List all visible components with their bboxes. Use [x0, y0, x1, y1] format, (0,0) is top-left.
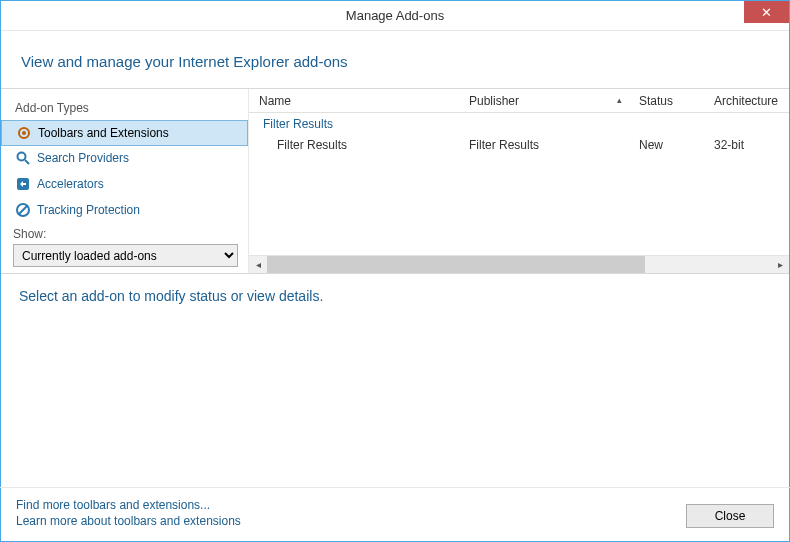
svg-line-3	[25, 160, 29, 164]
column-header-architecture[interactable]: Architecture	[704, 90, 779, 112]
footer: Find more toolbars and extensions... Lea…	[0, 487, 790, 542]
cell-publisher: Filter Results	[459, 136, 629, 154]
details-panel: Select an add-on to modify status or vie…	[1, 274, 789, 318]
cell-name: Filter Results	[249, 136, 459, 154]
sidebar-item-accelerators[interactable]: Accelerators	[1, 171, 248, 197]
sidebar-item-toolbars-extensions[interactable]: Toolbars and Extensions	[1, 120, 248, 146]
cell-status: New	[629, 136, 704, 154]
window-close-button[interactable]: ✕	[744, 1, 789, 23]
header-text: View and manage your Internet Explorer a…	[21, 53, 348, 70]
sidebar-items: Toolbars and Extensions Search Providers…	[1, 121, 248, 223]
learn-more-link[interactable]: Learn more about toolbars and extensions	[16, 514, 241, 528]
sidebar-item-tracking-protection[interactable]: Tracking Protection	[1, 197, 248, 223]
cell-architecture: 32-bit	[704, 136, 779, 154]
sidebar-item-label: Accelerators	[37, 177, 104, 191]
show-label: Show:	[13, 227, 236, 241]
chevron-right-icon: ▸	[778, 259, 783, 270]
table-header: Name Publisher Status Architecture	[249, 89, 789, 113]
find-more-link[interactable]: Find more toolbars and extensions...	[16, 498, 241, 512]
scroll-thumb[interactable]	[267, 256, 645, 273]
gear-icon	[16, 125, 32, 141]
scroll-left-button[interactable]: ◂	[249, 256, 267, 273]
main-panel: Name Publisher Status Architecture Filte…	[249, 89, 789, 273]
scroll-right-button[interactable]: ▸	[771, 256, 789, 273]
accelerator-icon	[15, 176, 31, 192]
group-header: Filter Results	[249, 113, 789, 133]
page-header: View and manage your Internet Explorer a…	[1, 31, 789, 88]
column-header-publisher[interactable]: Publisher	[459, 90, 629, 112]
chevron-left-icon: ◂	[256, 259, 261, 270]
sidebar-item-label: Toolbars and Extensions	[38, 126, 169, 140]
block-icon	[15, 202, 31, 218]
footer-links: Find more toolbars and extensions... Lea…	[16, 498, 241, 528]
column-header-name[interactable]: Name	[249, 90, 459, 112]
sidebar-item-search-providers[interactable]: Search Providers	[1, 145, 248, 171]
titlebar: Manage Add-ons ✕	[1, 1, 789, 31]
sidebar: Add-on Types Toolbars and Extensions Sea…	[1, 89, 249, 273]
table-row[interactable]: Filter Results Filter Results New 32-bit	[249, 133, 789, 157]
addon-types-label: Add-on Types	[1, 97, 248, 121]
svg-point-2	[18, 153, 26, 161]
column-header-status[interactable]: Status	[629, 90, 704, 112]
scroll-track[interactable]	[267, 256, 771, 273]
search-icon	[15, 150, 31, 166]
close-button[interactable]: Close	[686, 504, 774, 528]
svg-point-1	[22, 131, 26, 135]
show-dropdown[interactable]: Currently loaded add-ons	[13, 244, 238, 267]
horizontal-scrollbar[interactable]: ◂ ▸	[249, 255, 789, 273]
window-title: Manage Add-ons	[346, 8, 444, 23]
close-icon: ✕	[761, 5, 772, 20]
details-prompt: Select an add-on to modify status or vie…	[19, 288, 323, 304]
sidebar-item-label: Tracking Protection	[37, 203, 140, 217]
content-area: Add-on Types Toolbars and Extensions Sea…	[1, 88, 789, 274]
svg-line-6	[19, 206, 27, 214]
sidebar-item-label: Search Providers	[37, 151, 129, 165]
show-section: Show: Currently loaded add-ons	[1, 223, 248, 275]
